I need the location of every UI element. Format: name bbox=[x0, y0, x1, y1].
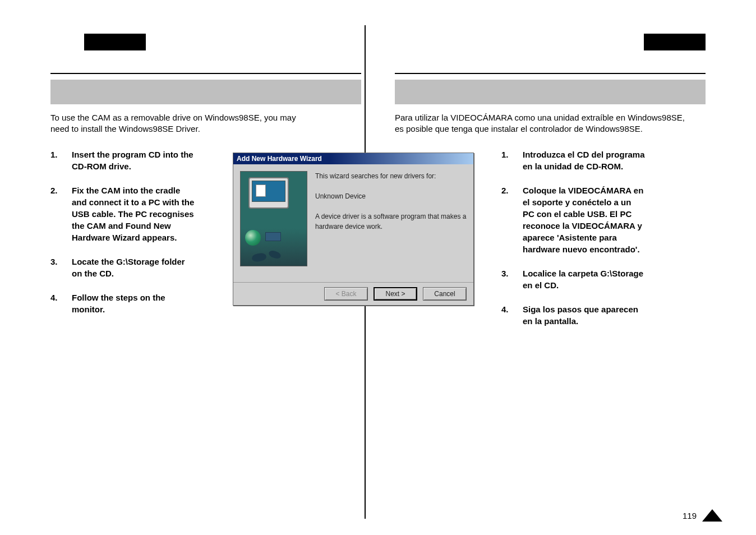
next-button[interactable]: Next > bbox=[374, 287, 417, 301]
step-text: Fix the CAM into the cradle and connect … bbox=[72, 185, 194, 243]
wizard-titlebar: Add New Hardware Wizard bbox=[233, 153, 473, 164]
step-number: 3. bbox=[501, 268, 511, 291]
step-text: Introduzca el CD del programa en la unid… bbox=[523, 149, 645, 172]
page-number: 119 bbox=[683, 511, 697, 520]
step-number: 1. bbox=[50, 149, 61, 172]
step-text: Localice la carpeta G:\Storage en el CD. bbox=[523, 268, 643, 291]
wizard-line3: A device driver is a software program th… bbox=[315, 211, 467, 232]
wizard-line2: Unknown Device bbox=[315, 191, 467, 201]
step-number: 4. bbox=[501, 303, 511, 327]
section-rule bbox=[50, 73, 361, 74]
step-number: 3. bbox=[50, 256, 61, 279]
page-up-arrow-icon bbox=[702, 509, 722, 522]
manual-page: To use the CAM as a removable drive on W… bbox=[0, 0, 756, 535]
step-text: Insert the program CD into the CD-ROM dr… bbox=[72, 149, 193, 172]
cancel-button[interactable]: Cancel bbox=[423, 287, 467, 301]
step-text: Locate the G:\Storage folder on the CD. bbox=[72, 256, 185, 279]
step-number: 2. bbox=[50, 185, 61, 243]
step-number: 4. bbox=[50, 292, 61, 315]
list-item: 4. Siga los pasos que aparecen en la pan… bbox=[501, 303, 706, 327]
intro-text-en: To use the CAM as a removable drive on W… bbox=[50, 112, 361, 135]
list-item: 1. Introduzca el CD del programa en la u… bbox=[501, 149, 706, 172]
section-title-band-left bbox=[50, 80, 361, 104]
steps-list-es: 1. Introduzca el CD del programa en la u… bbox=[501, 149, 706, 339]
step-number: 1. bbox=[501, 149, 511, 172]
step-text: Coloque la VIDEOCÁMARA en el soporte y c… bbox=[523, 185, 643, 255]
decorative-blob bbox=[268, 250, 282, 260]
list-item: 3. Localice la carpeta G:\Storage en el … bbox=[501, 268, 706, 291]
section-title-band-right bbox=[395, 80, 706, 104]
header-blackbar-left bbox=[84, 34, 146, 50]
document-icon bbox=[256, 185, 266, 197]
wizard-line1: This wizard searches for new drivers for… bbox=[315, 171, 467, 181]
wizard-graphic bbox=[240, 171, 307, 266]
chip-icon bbox=[265, 232, 281, 241]
decorative-blob bbox=[251, 252, 267, 262]
globe-icon bbox=[245, 230, 261, 246]
add-new-hardware-wizard-dialog: Add New Hardware Wizard This wizard sear… bbox=[233, 153, 474, 306]
list-item: 2. Coloque la VIDEOCÁMARA en el soporte … bbox=[501, 185, 706, 255]
wizard-body: This wizard searches for new drivers for… bbox=[233, 164, 473, 282]
monitor-icon bbox=[248, 177, 289, 209]
monitor-screen bbox=[252, 181, 285, 202]
wizard-text: This wizard searches for new drivers for… bbox=[315, 171, 467, 275]
wizard-button-row: < Back Next > Cancel bbox=[233, 282, 473, 305]
section-rule bbox=[395, 73, 706, 74]
step-text: Siga los pasos que aparecen en la pantal… bbox=[523, 303, 638, 327]
back-button[interactable]: < Back bbox=[324, 287, 368, 301]
intro-text-es: Para utilizar la VIDEOCÁMARA como una un… bbox=[395, 112, 706, 135]
step-text: Follow the steps on the monitor. bbox=[72, 292, 165, 315]
header-blackbar-right bbox=[644, 34, 706, 50]
step-number: 2. bbox=[501, 185, 511, 255]
